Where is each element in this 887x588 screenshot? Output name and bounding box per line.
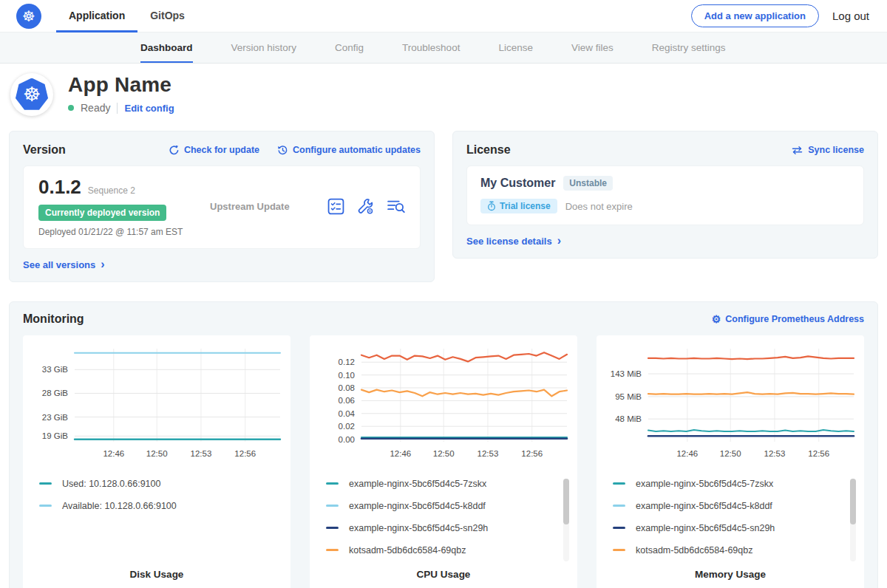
config-wrench-icon[interactable] (357, 198, 374, 215)
edit-config-link[interactable]: Edit config (124, 103, 174, 114)
chevron-right-icon: › (557, 235, 561, 247)
svg-text:19 GiB: 19 GiB (42, 431, 68, 440)
legend-label: example-nginx-5bc6f5d4c5-k8ddf (636, 501, 772, 511)
view-logs-icon[interactable] (387, 198, 405, 215)
app-header: ☸ App Name Ready Edit config (0, 64, 887, 123)
deployed-timestamp: Deployed 01/21/22 @ 11:57 am EST (38, 227, 205, 237)
cpu-usage-chart-card: 12:4612:5012:5312:560.000.020.040.060.08… (310, 335, 577, 588)
legend-scrollbar[interactable] (850, 479, 856, 561)
legend-item: Available: 10.128.0.66:9100 (39, 501, 285, 511)
legend-dash-icon (613, 549, 625, 551)
logout-button[interactable]: Log out (832, 10, 869, 22)
subnav-tab-registry-settings-label: Registry settings (652, 42, 726, 53)
legend-label: example-nginx-5bc6f5d4c5-sn29h (636, 523, 775, 533)
svg-text:143 MiB: 143 MiB (611, 369, 642, 378)
svg-text:33 GiB: 33 GiB (42, 365, 68, 374)
app-logo-heptagon: ☸ (16, 78, 49, 112)
disk-usage-chart: 12:4612:5012:5312:5619 GiB23 GiB28 GiB33… (29, 343, 285, 468)
svg-text:48 MiB: 48 MiB (615, 414, 642, 423)
subnav-tab-version-history[interactable]: Version history (231, 33, 297, 63)
app-name: App Name (68, 73, 174, 97)
license-expiry: Does not expire (565, 201, 633, 212)
subnav-tab-troubleshoot-label: Troubleshoot (402, 42, 460, 53)
legend-scrollbar[interactable] (563, 479, 569, 561)
sync-license-label: Sync license (808, 145, 864, 155)
svg-text:12:50: 12:50 (433, 449, 455, 458)
gear-icon: ⚙ (712, 314, 721, 324)
legend-item: example-nginx-5bc6f5d4c5-k8ddf (326, 501, 571, 511)
trial-license-label: Trial license (500, 201, 551, 211)
subnav-tab-dashboard[interactable]: Dashboard (140, 33, 193, 63)
refresh-icon (169, 145, 180, 156)
svg-text:0.12: 0.12 (339, 358, 355, 366)
tab-application-label: Application (69, 10, 125, 21)
legend-dash-icon (326, 505, 339, 507)
channel-badge: Unstable (563, 176, 613, 191)
legend-label: example-nginx-5bc6f5d4c5-sn29h (349, 523, 488, 533)
svg-text:12:56: 12:56 (521, 449, 543, 458)
cards-row: Version Check for update Configure autom… (0, 123, 887, 282)
sync-license-link[interactable]: Sync license (791, 145, 864, 155)
legend-dash-icon (39, 505, 52, 507)
legend-dash-icon (39, 482, 52, 485)
subnav-tab-troubleshoot[interactable]: Troubleshoot (402, 33, 460, 63)
see-all-versions-link[interactable]: See all versions › (23, 259, 105, 270)
check-for-update-link[interactable]: Check for update (169, 145, 259, 156)
subnav-tab-config[interactable]: Config (335, 33, 364, 63)
version-info: 0.1.2 Sequence 2 Currently deployed vers… (38, 176, 205, 237)
app-logo-wheel-icon: ☸ (23, 85, 41, 105)
svg-text:12:50: 12:50 (146, 449, 168, 458)
monitoring-title: Monitoring (23, 312, 84, 326)
app-logo: ☸ (10, 73, 53, 116)
monitoring-header: Monitoring ⚙ Configure Prometheus Addres… (23, 312, 864, 326)
tab-gitops-label: GitOps (150, 10, 185, 21)
license-title: License (466, 143, 511, 157)
svg-text:12:56: 12:56 (234, 449, 256, 458)
svg-text:0.02: 0.02 (339, 422, 355, 431)
tab-gitops[interactable]: GitOps (137, 0, 197, 32)
subnav-tab-license[interactable]: License (498, 33, 533, 63)
version-title: Version (23, 143, 66, 157)
version-header-links: Check for update Configure automatic upd… (169, 145, 421, 156)
svg-text:12:53: 12:53 (478, 449, 499, 458)
see-license-details-label: See license details (466, 236, 552, 247)
cpu-usage-chart: 12:4612:5012:5312:560.000.020.040.060.08… (316, 343, 571, 468)
preflight-checks-icon[interactable] (327, 198, 344, 215)
svg-text:0.08: 0.08 (339, 383, 355, 392)
version-number: 0.1.2 (38, 176, 81, 199)
top-navigation: ☸ Application GitOps Add a new applicati… (0, 0, 887, 33)
legend-dash-icon (613, 482, 625, 485)
version-source: Upstream Update (205, 201, 327, 212)
svg-text:0.04: 0.04 (339, 408, 356, 417)
svg-text:0.06: 0.06 (339, 396, 355, 405)
charts-row: 12:4612:5012:5312:5619 GiB23 GiB28 GiB33… (23, 335, 864, 588)
kubernetes-logo: ☸ (16, 4, 41, 29)
add-new-application-button[interactable]: Add a new application (691, 4, 819, 27)
check-for-update-label: Check for update (184, 145, 259, 155)
subnav-tab-view-files[interactable]: View files (571, 33, 614, 63)
legend-label: Available: 10.128.0.66:9100 (62, 501, 177, 511)
status-ready-dot (68, 105, 74, 111)
subnav-tab-registry-settings[interactable]: Registry settings (652, 33, 726, 63)
legend-item: Used: 10.128.0.66:9100 (39, 479, 285, 489)
legend-scrollbar-thumb[interactable] (563, 479, 569, 524)
version-card-header: Version Check for update Configure autom… (23, 143, 421, 157)
legend-dash-icon (326, 549, 339, 551)
license-card: License Sync license My Customer Unstabl… (452, 131, 878, 259)
configure-prometheus-link[interactable]: ⚙ Configure Prometheus Address (712, 314, 864, 324)
trial-license-badge: Trial license (480, 199, 557, 213)
deployed-version-card: 0.1.2 Sequence 2 Currently deployed vers… (23, 165, 421, 249)
memory-usage-chart: 12:4612:5012:5312:5648 MiB95 MiB143 MiB (602, 343, 858, 468)
legend-item: kotsadm-5db6dc6584-69qbz (613, 545, 858, 555)
subnav-tab-config-label: Config (335, 42, 364, 53)
configure-automatic-updates-link[interactable]: Configure automatic updates (277, 145, 421, 156)
legend-scrollbar-thumb[interactable] (850, 479, 856, 524)
cpu-usage-legend: example-nginx-5bc6f5d4c5-7zskxexample-ng… (316, 479, 571, 564)
currently-deployed-badge: Currently deployed version (38, 205, 166, 221)
legend-label: Used: 10.128.0.66:9100 (62, 479, 160, 489)
legend-item: example-nginx-5bc6f5d4c5-7zskx (326, 479, 571, 489)
legend-item: example-nginx-5bc6f5d4c5-sn29h (613, 523, 858, 533)
tab-application[interactable]: Application (56, 0, 137, 32)
customer-row: My Customer Unstable (480, 176, 850, 191)
see-license-details-link[interactable]: See license details › (466, 235, 561, 247)
